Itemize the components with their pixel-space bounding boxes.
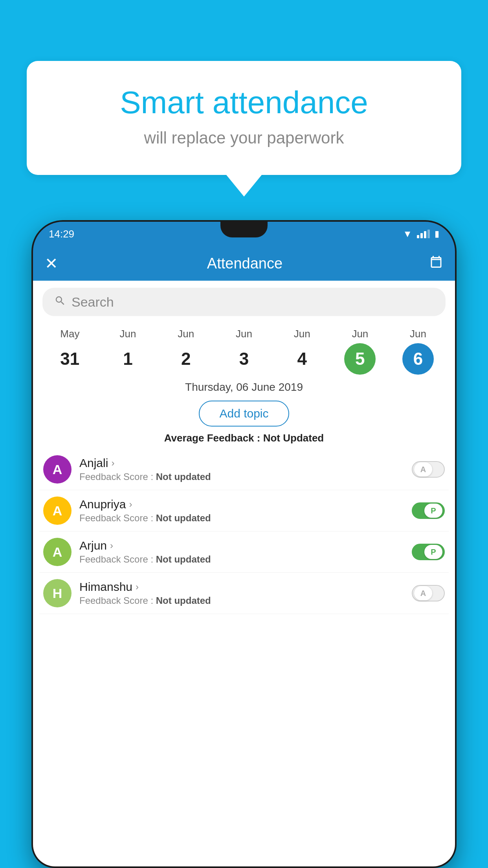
- close-button[interactable]: ✕: [45, 254, 68, 272]
- search-icon: [54, 294, 66, 310]
- student-feedback-arjun: Feedback Score : Not updated: [79, 554, 404, 565]
- cal-day-6[interactable]: Jun 6: [402, 328, 434, 375]
- speech-bubble-tail: [226, 175, 262, 197]
- phone-screen: Search May 31 Jun 1 Jun 2 Jun 3: [33, 281, 455, 866]
- student-info-himanshu[interactable]: Himanshu › Feedback Score : Not updated: [79, 580, 404, 606]
- avatar-anjali: A: [43, 455, 72, 484]
- speech-bubble-container: Smart attendance will replace your paper…: [27, 61, 461, 197]
- cal-month-5: Jun: [352, 328, 368, 340]
- avatar-arjun: A: [43, 538, 72, 566]
- toggle-himanshu[interactable]: A: [412, 585, 445, 601]
- cal-month-2: Jun: [178, 328, 194, 340]
- student-info-anupriya[interactable]: Anupriya › Feedback Score : Not updated: [79, 498, 404, 524]
- selected-date-label: Thursday, 06 June 2019: [33, 375, 455, 397]
- status-time: 14:29: [49, 228, 74, 240]
- calendar-icon[interactable]: [429, 255, 443, 272]
- student-feedback-anjali: Feedback Score : Not updated: [79, 471, 404, 482]
- student-name-anjali: Anjali ›: [79, 456, 404, 470]
- student-info-arjun[interactable]: Arjun › Feedback Score : Not updated: [79, 539, 404, 565]
- cal-month-6: Jun: [410, 328, 426, 340]
- student-feedback-anupriya: Feedback Score : Not updated: [79, 513, 404, 524]
- cal-date-5[interactable]: 5: [344, 343, 376, 375]
- speech-bubble-title: Smart attendance: [58, 85, 430, 121]
- signal-bars: [417, 230, 430, 238]
- student-item-arjun: A Arjun › Feedback Score : Not updated P: [39, 531, 449, 573]
- calendar-strip: May 31 Jun 1 Jun 2 Jun 3 Jun 4: [33, 323, 455, 375]
- student-item-himanshu: H Himanshu › Feedback Score : Not update…: [39, 573, 449, 614]
- signal-bar-2: [420, 233, 423, 238]
- toggle-arjun[interactable]: P: [412, 544, 445, 560]
- toggle-anjali[interactable]: A: [412, 461, 445, 478]
- cal-month-1: Jun: [120, 328, 136, 340]
- avatar-himanshu: H: [43, 579, 72, 607]
- chevron-anupriya: ›: [129, 499, 132, 510]
- feedback-label: Average Feedback :: [164, 432, 263, 444]
- search-bar[interactable]: Search: [42, 288, 446, 316]
- phone-frame: 14:29 ▼ ▮ ✕ Attendance: [31, 220, 457, 868]
- speech-bubble: Smart attendance will replace your paper…: [27, 61, 461, 175]
- student-list: A Anjali › Feedback Score : Not updated …: [33, 449, 455, 614]
- signal-bar-4: [427, 230, 430, 238]
- cal-month-3: Jun: [236, 328, 252, 340]
- battery-icon: ▮: [435, 229, 439, 239]
- cal-date-1[interactable]: 1: [112, 343, 144, 375]
- feedback-summary: Average Feedback : Not Updated: [33, 432, 455, 449]
- cal-date-6[interactable]: 6: [402, 343, 434, 375]
- student-info-anjali[interactable]: Anjali › Feedback Score : Not updated: [79, 456, 404, 482]
- add-topic-button[interactable]: Add topic: [199, 401, 289, 427]
- phone-notch: [220, 222, 268, 237]
- student-name-arjun: Arjun ›: [79, 539, 404, 552]
- toggle-knob-anjali: A: [414, 462, 432, 476]
- toggle-knob-arjun: P: [424, 545, 442, 559]
- phone-inner: 14:29 ▼ ▮ ✕ Attendance: [33, 222, 455, 866]
- app-bar: ✕ Attendance: [33, 246, 455, 281]
- toggle-anupriya[interactable]: P: [412, 502, 445, 519]
- student-name-himanshu: Himanshu ›: [79, 580, 404, 594]
- chevron-arjun: ›: [110, 540, 113, 551]
- cal-month-4: Jun: [294, 328, 310, 340]
- cal-date-2[interactable]: 2: [170, 343, 202, 375]
- app-bar-title: Attendance: [68, 255, 421, 272]
- cal-day-1[interactable]: Jun 1: [112, 328, 144, 375]
- toggle-knob-himanshu: A: [414, 586, 432, 600]
- student-item-anjali: A Anjali › Feedback Score : Not updated …: [39, 449, 449, 490]
- add-topic-wrapper: Add topic: [33, 401, 455, 427]
- cal-date-0[interactable]: 31: [54, 343, 86, 375]
- cal-month-0: May: [60, 328, 79, 340]
- cal-date-4[interactable]: 4: [286, 343, 318, 375]
- toggle-knob-anupriya: P: [424, 504, 442, 518]
- chevron-himanshu: ›: [136, 581, 139, 592]
- status-icons: ▼ ▮: [403, 228, 439, 239]
- student-item-anupriya: A Anupriya › Feedback Score : Not update…: [39, 490, 449, 531]
- feedback-value: Not Updated: [263, 432, 324, 444]
- cal-day-4[interactable]: Jun 4: [286, 328, 318, 375]
- cal-day-0[interactable]: May 31: [54, 328, 86, 375]
- student-name-anupriya: Anupriya ›: [79, 498, 404, 511]
- cal-day-2[interactable]: Jun 2: [170, 328, 202, 375]
- cal-day-5[interactable]: Jun 5: [344, 328, 376, 375]
- signal-bar-3: [424, 231, 426, 238]
- speech-bubble-subtitle: will replace your paperwork: [58, 129, 430, 147]
- wifi-icon: ▼: [403, 228, 412, 239]
- cal-date-3[interactable]: 3: [228, 343, 260, 375]
- student-feedback-himanshu: Feedback Score : Not updated: [79, 595, 404, 606]
- signal-bar-1: [417, 235, 419, 238]
- cal-day-3[interactable]: Jun 3: [228, 328, 260, 375]
- chevron-anjali: ›: [111, 458, 114, 469]
- avatar-anupriya: A: [43, 497, 72, 525]
- search-placeholder: Search: [72, 294, 114, 310]
